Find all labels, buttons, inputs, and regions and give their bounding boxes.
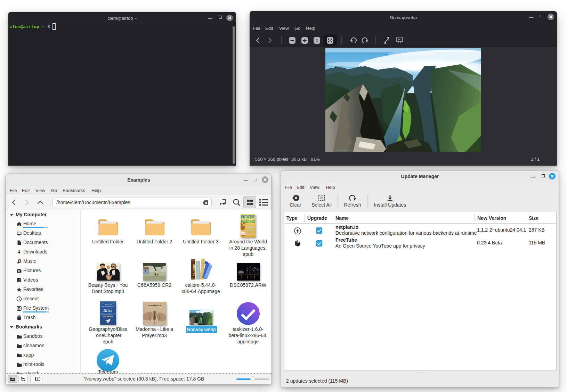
svg-text:MADONNA: MADONNA xyxy=(148,304,161,307)
svg-text:AZ: AZ xyxy=(242,232,245,235)
svg-text:PACIFIC: PACIFIC xyxy=(241,219,255,224)
svg-text:1: 1 xyxy=(316,38,318,43)
svg-text:ERIC WEINER: ERIC WEINER xyxy=(103,315,113,317)
svg-text:LANGUAGES: LANGUAGES xyxy=(245,232,255,235)
svg-text:WORLD IN 28: WORLD IN 28 xyxy=(245,229,255,232)
svg-text:ONE MAN'S SEARCH FOR: ONE MAN'S SEARCH FOR xyxy=(100,314,115,315)
svg-text:AROUND THE: AROUND THE xyxy=(245,225,255,228)
svg-text:THE GEOGRAPHY OF: THE GEOGRAPHY OF xyxy=(102,306,114,307)
svg-text:CALIBRE: CALIBRE xyxy=(192,264,195,276)
svg-text:Bliss: Bliss xyxy=(103,308,112,313)
